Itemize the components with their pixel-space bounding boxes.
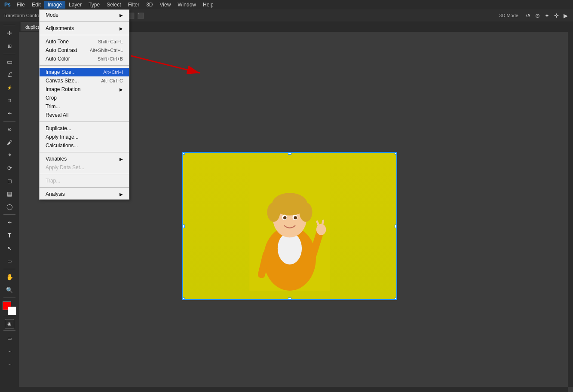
crop-tool[interactable]: ⌗ xyxy=(3,94,16,106)
color-selector[interactable] xyxy=(3,301,16,315)
image-size-label: Image Size... xyxy=(46,69,76,75)
vertical-scrollbar[interactable] xyxy=(568,32,573,387)
extra-tool-1[interactable]: ⋯ xyxy=(3,345,16,357)
canvas-size-shortcut: Alt+Ctrl+C xyxy=(101,78,123,83)
3d-mode-label: 3D Mode: xyxy=(499,13,520,18)
background-color[interactable] xyxy=(8,307,16,315)
menu-item-auto-contrast[interactable]: Auto Contrast Alt+Shift+Ctrl+L xyxy=(40,46,129,55)
screen-mode-tool[interactable]: ▭ xyxy=(3,332,16,344)
menu-item-auto-color[interactable]: Auto Color Shift+Ctrl+B xyxy=(40,55,129,63)
menu-item-auto-tone[interactable]: Auto Tone Shift+Ctrl+L xyxy=(40,37,129,46)
3d-light-icon[interactable]: ✦ xyxy=(543,12,551,19)
menu-item-calculations[interactable]: Calculations... xyxy=(40,141,129,150)
left-toolbar: ⌂ ✛ ⊞ ▭ 𝓛 ⚡ ⌗ ✒ ⊙ 🖌 ⌖ ⟳ ◻ ▤ ◯ ✒ T ↖ ▭ ✋ … xyxy=(0,9,19,392)
sep xyxy=(3,317,15,317)
menu-item-apply-image[interactable]: Apply Image... xyxy=(40,133,129,141)
spot-healing-tool[interactable]: ⊙ xyxy=(3,123,16,135)
menu-filter[interactable]: Filter xyxy=(124,1,143,9)
sep xyxy=(3,269,15,269)
menu-group-7: Trap... xyxy=(40,176,129,186)
menu-item-analysis[interactable]: Analysis ▶ xyxy=(40,190,129,198)
3d-pan-icon[interactable]: ✛ xyxy=(552,12,560,19)
menu-group-8: Analysis ▶ xyxy=(40,189,129,199)
menu-item-image-rotation[interactable]: Image Rotation ▶ xyxy=(40,85,129,94)
adjustments-arrow-icon: ▶ xyxy=(120,26,123,31)
transform-handle-tl[interactable] xyxy=(182,152,185,155)
history-brush-tool[interactable]: ⟳ xyxy=(3,162,16,174)
reveal-all-label: Reveal All xyxy=(46,112,68,118)
gradient-tool[interactable]: ▤ xyxy=(3,188,16,200)
transform-handle-mr[interactable] xyxy=(395,225,397,228)
menu-item-crop[interactable]: Crop xyxy=(40,94,129,102)
menu-image[interactable]: Image xyxy=(44,1,65,9)
menu-bar: Ps File Edit Image Layer Type Select Fil… xyxy=(0,0,573,9)
options-label: Transform Controls xyxy=(3,13,44,18)
separator xyxy=(40,21,129,22)
auto-tone-label: Auto Tone xyxy=(46,39,69,45)
menu-item-apply-data-set: Apply Data Set... xyxy=(40,163,129,172)
quick-select-tool[interactable]: ⚡ xyxy=(3,82,16,94)
svg-point-9 xyxy=(283,216,287,219)
transform-handle-tc[interactable] xyxy=(288,152,291,155)
variables-label: Variables xyxy=(46,156,67,162)
auto-contrast-label: Auto Contrast xyxy=(46,47,77,53)
extra-tool-2[interactable]: ⋯ xyxy=(3,358,16,370)
3d-video-icon[interactable]: ▶ xyxy=(562,12,570,19)
menu-3d[interactable]: 3D xyxy=(143,1,156,9)
menu-group-6: Variables ▶ Apply Data Set... xyxy=(40,154,129,173)
menu-item-variables[interactable]: Variables ▶ xyxy=(40,155,129,163)
ps-logo[interactable]: Ps xyxy=(2,2,13,8)
zoom-tool[interactable]: 🔍 xyxy=(3,284,16,296)
transform-handle-bc[interactable] xyxy=(288,298,291,300)
lasso-tool[interactable]: 𝓛 xyxy=(3,69,16,81)
menu-window[interactable]: Window xyxy=(174,1,199,9)
svg-point-10 xyxy=(294,216,297,219)
menu-view[interactable]: View xyxy=(156,1,175,9)
menu-item-trim[interactable]: Trim... xyxy=(40,102,129,111)
transform-handle-bl[interactable] xyxy=(182,298,185,300)
distribute-v-icon[interactable]: ⬛ xyxy=(137,12,144,19)
transform-handle-ml[interactable] xyxy=(182,225,185,228)
auto-contrast-shortcut: Alt+Shift+Ctrl+L xyxy=(90,48,123,53)
duplicate-label: Duplicate... xyxy=(46,125,71,131)
eyedropper-tool[interactable]: ✒ xyxy=(3,107,16,119)
transform-handle-br[interactable] xyxy=(395,298,397,300)
3d-rotate-icon[interactable]: ↺ xyxy=(524,12,532,19)
shape-tool[interactable]: ▭ xyxy=(3,255,16,267)
canvas-image-container xyxy=(182,152,397,300)
3d-target-icon[interactable]: ⊙ xyxy=(533,12,541,19)
brush-tool[interactable]: 🖌 xyxy=(3,136,16,148)
svg-point-6 xyxy=(300,202,313,222)
artboard-tool[interactable]: ⊞ xyxy=(3,40,16,52)
type-tool[interactable]: T xyxy=(3,229,16,241)
menu-item-image-size[interactable]: Image Size... Alt+Ctrl+I xyxy=(40,68,129,76)
horizontal-scrollbar[interactable] xyxy=(19,387,568,392)
menu-type[interactable]: Type xyxy=(85,1,103,9)
transform-handle-tr[interactable] xyxy=(395,152,397,155)
menu-file[interactable]: File xyxy=(13,1,28,9)
sep xyxy=(3,330,15,331)
menu-select[interactable]: Select xyxy=(103,1,124,9)
move-tool[interactable]: ✛ xyxy=(3,27,16,39)
menu-item-reveal-all[interactable]: Reveal All xyxy=(40,111,129,119)
hand-tool[interactable]: ✋ xyxy=(3,271,16,283)
sep xyxy=(3,298,15,298)
menu-edit[interactable]: Edit xyxy=(28,1,44,9)
menu-help[interactable]: Help xyxy=(199,1,217,9)
quick-mask-tool[interactable]: ◉ xyxy=(5,319,14,328)
eraser-tool[interactable]: ◻ xyxy=(3,175,16,187)
menu-item-adjustments[interactable]: Adjustments ▶ xyxy=(40,24,129,33)
menu-item-duplicate[interactable]: Duplicate... xyxy=(40,124,129,133)
path-select-tool[interactable]: ↖ xyxy=(3,242,16,254)
rectangular-marquee-tool[interactable]: ▭ xyxy=(3,56,16,68)
svg-point-5 xyxy=(267,202,280,222)
dodge-tool[interactable]: ◯ xyxy=(3,201,16,213)
menu-item-mode[interactable]: Mode ▶ xyxy=(40,11,129,19)
menu-group-2: Adjustments ▶ xyxy=(40,23,129,33)
clone-stamp-tool[interactable]: ⌖ xyxy=(3,149,16,161)
pen-tool[interactable]: ✒ xyxy=(3,216,16,228)
menu-group-4: Image Size... Alt+Ctrl+I Canvas Size... … xyxy=(40,67,129,120)
menu-layer[interactable]: Layer xyxy=(65,1,85,9)
menu-item-canvas-size[interactable]: Canvas Size... Alt+Ctrl+C xyxy=(40,76,129,85)
image-rotation-arrow-icon: ▶ xyxy=(120,87,123,92)
